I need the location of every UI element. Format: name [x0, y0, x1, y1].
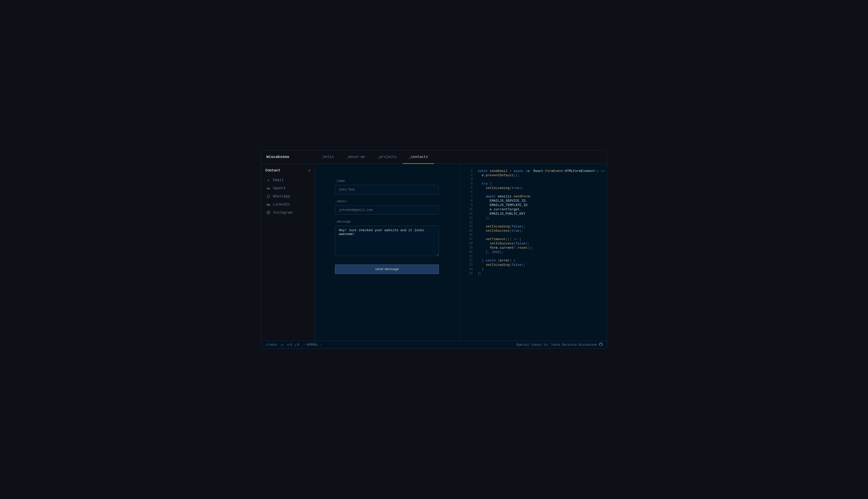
sidebar-item-upwork[interactable]: ʊρ Upwork: [261, 184, 314, 192]
code-line-1: 1 const sendEmail = async (e: React.Form…: [459, 169, 607, 173]
sidebar-items: ✉ Email ʊρ Upwork WhatsApp: [261, 175, 314, 218]
code-line-16: 16: [459, 233, 607, 237]
warning-num: 0: [297, 343, 299, 346]
code-line-11: 11 EMAILJS_PUBLIC_KEY: [459, 211, 607, 216]
email-input[interactable]: [335, 205, 439, 215]
svg-rect-0: [267, 204, 267, 206]
code-line-23: 23 setIsLoading(false);: [459, 263, 607, 267]
tab-projects[interactable]: _projects: [371, 150, 403, 164]
sidebar-item-label: Instagram: [273, 210, 292, 215]
message-field-group: _message Hey! Just checked your website …: [335, 220, 439, 257]
linkedin-icon: [266, 203, 270, 207]
sidebar-item-label: WhatsApp: [273, 194, 290, 198]
tab-contacts[interactable]: _contacts: [403, 150, 434, 164]
nav-tabs: _hello _about-me _projects _contacts: [315, 150, 434, 164]
code-line-14: 14 setIsLoading(false);: [459, 224, 607, 229]
sidebar: Contact ∧ ✉ Email ʊρ Upwork: [261, 164, 315, 341]
email-label: _email: [335, 199, 439, 203]
svg-point-4: [269, 211, 269, 212]
name-field-group: _name: [335, 179, 439, 194]
code-line-17: 17 setTimeout(() => {: [459, 237, 607, 241]
code-line-12: 12 );: [459, 216, 607, 220]
code-line-3: 3: [459, 178, 607, 182]
code-line-13: 13: [459, 220, 607, 224]
refresh-icon: ↻: [281, 343, 283, 346]
code-panel: 1 const sendEmail = async (e: React.Form…: [459, 164, 607, 341]
tab-about-me[interactable]: _about-me: [340, 150, 371, 164]
code-line-4: 4 try {: [459, 182, 607, 186]
sidebar-item-label: LinkedIn: [273, 203, 290, 207]
instagram-icon: [266, 210, 270, 215]
error-num: 0: [290, 343, 292, 346]
status-right: Special thanks to: Yanka Darelova Wiscak…: [516, 343, 603, 347]
sidebar-item-linkedin[interactable]: LinkedIn: [261, 200, 314, 209]
whatsapp-icon: [266, 194, 270, 198]
svg-point-1: [267, 203, 267, 204]
code-line-24: 24 }: [459, 267, 607, 271]
nav-logo: Wiscaksono: [261, 155, 315, 159]
message-label: _message: [335, 220, 439, 223]
code-line-25: 25 };: [459, 271, 607, 276]
code-line-22: 22 } catch (error) {: [459, 258, 607, 263]
code-line-2: 2 e.preventDefault();: [459, 173, 607, 178]
git-branch-icon: ⎇: [265, 343, 269, 346]
code-line-19: 19 form.current?.reset();: [459, 246, 607, 250]
code-line-8: 8 EMAILJS_SERVICE_ID,: [459, 199, 607, 203]
status-left: ⎇ main ↻ ⊘ 0 △ 0 --NORMAL--: [265, 343, 322, 346]
sidebar-contact-section[interactable]: Contact ∧: [261, 166, 314, 175]
thanks-text: Special thanks to: Yanka Darelova: [516, 343, 577, 346]
email-icon: ✉: [266, 178, 270, 182]
status-bar: ⎇ main ↻ ⊘ 0 △ 0 --NORMAL-- Special than…: [261, 341, 607, 349]
code-line-7: 7 await emailjs.sendForm(: [459, 194, 607, 199]
form-area: _name _email _message Hey! Just checked …: [315, 164, 459, 341]
svg-point-3: [268, 212, 269, 214]
error-count: ⊘ 0 △ 0: [287, 343, 299, 346]
editor-mode: --NORMAL--: [303, 343, 322, 346]
sidebar-section-label: Contact: [265, 168, 280, 172]
warning-icon: △: [294, 343, 296, 346]
send-message-button[interactable]: send-message: [335, 265, 439, 274]
sidebar-item-label: Email: [273, 178, 284, 182]
github-icon: [599, 343, 603, 347]
footer-logo: Wiscaksono: [579, 343, 597, 346]
code-line-5: 5 setIsLoading(true);: [459, 186, 607, 190]
refresh-button[interactable]: ↻: [281, 343, 283, 346]
svg-rect-2: [267, 211, 270, 214]
code-line-6: 6: [459, 190, 607, 194]
sidebar-item-instagram[interactable]: Instagram: [261, 209, 314, 217]
code-line-9: 9 EMAILJS_TEMPLATE_ID,: [459, 203, 607, 207]
chevron-up-icon: ∧: [309, 169, 310, 172]
sidebar-item-email[interactable]: ✉ Email: [261, 176, 314, 184]
code-line-20: 20 }, 3000);: [459, 250, 607, 254]
mode-label: --NORMAL--: [303, 343, 322, 346]
sidebar-item-whatsapp[interactable]: WhatsApp: [261, 192, 314, 200]
code-line-18: 18 setIsSuccess(false);: [459, 241, 607, 246]
upwork-icon: ʊρ: [266, 186, 270, 190]
sidebar-item-label: Upwork: [273, 186, 286, 190]
email-field-group: _email: [335, 199, 439, 215]
tab-hello[interactable]: _hello: [315, 150, 340, 164]
branch-indicator: ⎇ main: [265, 343, 277, 346]
nav-bar: Wiscaksono _hello _about-me _projects _c…: [261, 150, 607, 164]
code-line-10: 10 e.currentTarget,: [459, 207, 607, 211]
message-input[interactable]: Hey! Just checked your website and it lo…: [335, 226, 439, 256]
name-label: _name: [335, 179, 439, 183]
code-line-21: 21: [459, 254, 607, 258]
app-window: Wiscaksono _hello _about-me _projects _c…: [261, 150, 607, 349]
main-content: Contact ∧ ✉ Email ʊρ Upwork: [261, 164, 607, 341]
code-content: 1 const sendEmail = async (e: React.Form…: [459, 164, 607, 281]
error-icon: ⊘: [287, 343, 289, 346]
code-line-15: 15 setIsSuccess(true);: [459, 229, 607, 233]
name-input[interactable]: [335, 185, 439, 194]
branch-name: main: [270, 343, 277, 346]
